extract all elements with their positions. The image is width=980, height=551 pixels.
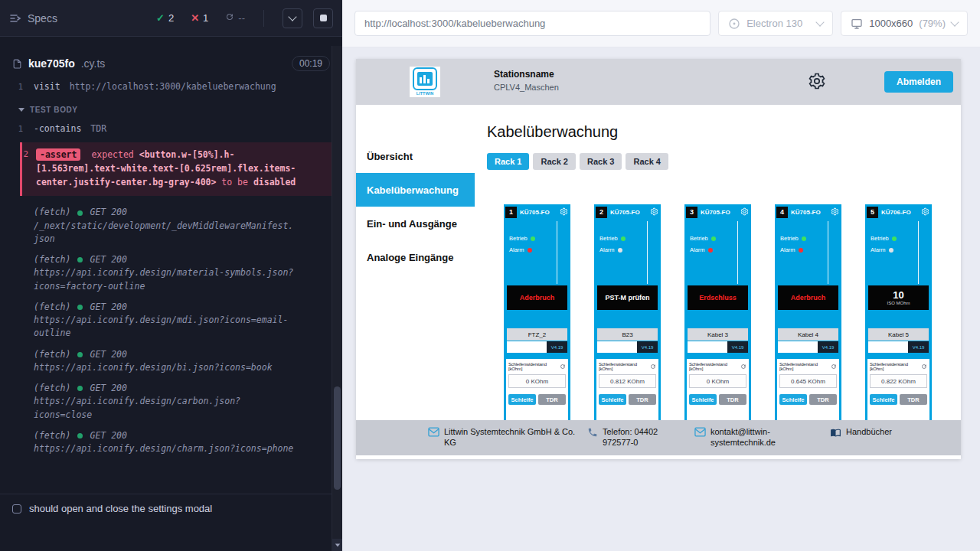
betrieb-status-dot	[711, 236, 716, 241]
command-arg: http://localhost:3000/kabelueberwachung	[70, 80, 276, 94]
device-card: 1KÜ705-FO Betrieb Alarm Aderbruch FTZ_2 …	[504, 204, 570, 442]
device-number: 1	[505, 207, 517, 218]
fetch-log-row[interactable]: (fetch)GET 200 /_next/static/development…	[0, 202, 342, 249]
tab-rack-3[interactable]: Rack 3	[580, 153, 622, 170]
request-ok-dot	[77, 257, 83, 262]
fetch-log-row[interactable]: (fetch)GET 200 https://api.iconify.desig…	[0, 425, 342, 460]
chevron-down-icon	[335, 543, 339, 546]
settings-gear-icon[interactable]	[808, 72, 826, 93]
phone-icon	[587, 427, 598, 438]
firmware-version: V4.19	[547, 341, 567, 353]
device-model: KÜ705-FO	[610, 209, 640, 216]
fetch-log-row[interactable]: (fetch)GET 200 https://api.iconify.desig…	[0, 249, 342, 297]
resistance-value: 0 KOhm	[689, 374, 746, 388]
tdr-button[interactable]: TDR	[900, 394, 927, 405]
command-name: -contains	[34, 122, 81, 136]
spec-title-row[interactable]: kue705fo .cy.ts 00:19	[0, 52, 342, 75]
gear-icon[interactable]	[560, 207, 568, 216]
assert-badge: -assert	[36, 148, 80, 161]
tab-rack-2[interactable]: Rack 2	[533, 153, 575, 170]
divider	[647, 221, 648, 284]
status-display: Aderbruch	[507, 285, 567, 310]
request-ok-dot	[77, 305, 83, 310]
schleife-button[interactable]: Schleife	[779, 394, 807, 405]
resistance-value: 0 KOhm	[508, 374, 566, 388]
cable-name: Kabel 5	[868, 328, 929, 341]
footer-company[interactable]: Littwin Systemtechnik GmbH & Co. KG	[428, 426, 578, 448]
chevron-down-icon	[816, 18, 825, 26]
email-icon	[428, 427, 439, 437]
tdr-button[interactable]: TDR	[809, 394, 837, 405]
app-body: Übersicht Kabelüberwachung Ein- und Ausg…	[356, 105, 961, 459]
electron-icon	[728, 18, 740, 30]
request-ok-dot	[77, 386, 83, 391]
tdr-button[interactable]: TDR	[719, 394, 746, 405]
fetch-log-row[interactable]: (fetch)GET 200 https://api.iconify.desig…	[0, 344, 342, 379]
command-log: 1 visit http://localhost:3000/kabelueber…	[0, 78, 342, 459]
next-test-row[interactable]: should open and close the settings modal	[0, 494, 332, 523]
footer-phone[interactable]: Telefon: 04402 972577-0	[587, 426, 681, 448]
fetch-url: https://api.iconify.design/mdi.json?icon…	[34, 315, 288, 338]
test-body-section[interactable]: TEST BODY	[0, 96, 342, 120]
viewport-select[interactable]: 1000x660 (79%)	[841, 11, 968, 36]
alarm-status-dot	[889, 248, 893, 253]
tdr-button[interactable]: TDR	[629, 394, 656, 405]
browser-select[interactable]: Electron 130	[718, 11, 833, 36]
app-header: LITTWIN Stationsname CPLV4_Maschen Abmel…	[356, 59, 961, 105]
tab-rack-4[interactable]: Rack 4	[626, 153, 668, 170]
scrollbar-down-arrow[interactable]	[332, 539, 342, 551]
gear-icon[interactable]	[650, 207, 658, 216]
sidebar-item-uebersicht[interactable]: Übersicht	[356, 139, 475, 173]
stop-tests-button[interactable]	[313, 8, 333, 28]
assert-message: -assert expected <button.w-[50%].h-[1.56…	[36, 148, 302, 189]
visit-command-row[interactable]: 1 visit http://localhost:3000/kabelueber…	[0, 78, 342, 96]
betrieb-status-dot	[531, 236, 535, 241]
device-model: KÜ706-FO	[881, 209, 911, 216]
iso-value: 10	[893, 290, 903, 301]
url-input[interactable]	[354, 11, 710, 36]
contains-command-row[interactable]: 1 -contains TDR	[0, 120, 342, 139]
gear-icon[interactable]	[921, 207, 929, 216]
schleife-button[interactable]: Schleife	[689, 394, 717, 405]
specs-label[interactable]: Specs	[28, 12, 57, 24]
schleife-button[interactable]: Schleife	[599, 394, 626, 405]
footer-manuals[interactable]: Handbücher	[830, 426, 892, 438]
tab-rack-1[interactable]: Rack 1	[487, 153, 529, 170]
refresh-icon[interactable]	[921, 364, 927, 370]
spec-extension: .cy.ts	[81, 57, 106, 70]
status-display: Aderbruch	[778, 285, 838, 310]
firmware-version: V4.19	[637, 341, 658, 353]
sidebar-item-kabelueberwachung[interactable]: Kabelüberwachung	[356, 173, 475, 207]
refresh-icon[interactable]	[831, 364, 837, 370]
schleife-button[interactable]: Schleife	[870, 394, 897, 405]
cable-name: B23	[597, 328, 658, 341]
fetch-url: https://api.iconify.design/bi.json?icons…	[34, 362, 273, 373]
cable-name: Kabel 4	[778, 328, 838, 341]
sidebar-item-analoge-eingaenge[interactable]: Analoge Eingänge	[356, 240, 475, 274]
logout-button[interactable]: Abmelden	[884, 71, 953, 93]
refresh-icon[interactable]	[740, 364, 746, 370]
reporter-scrollbar[interactable]	[332, 46, 342, 551]
divider	[828, 221, 828, 284]
fetch-log-row[interactable]: (fetch)GET 200 https://api.iconify.desig…	[0, 378, 342, 425]
refresh-icon[interactable]	[650, 364, 656, 370]
gear-icon[interactable]	[831, 207, 839, 216]
fetch-log-row[interactable]: (fetch)GET 200 https://api.iconify.desig…	[0, 297, 342, 344]
request-ok-dot	[77, 352, 83, 357]
footer-email[interactable]: kontakt@littwin-systemtechnik.de	[694, 426, 806, 448]
gear-icon[interactable]	[740, 207, 749, 216]
alarm-status-dot	[528, 248, 532, 253]
scrollbar-thumb[interactable]	[334, 386, 341, 490]
specs-menu-icon[interactable]	[9, 12, 21, 24]
refresh-icon[interactable]	[560, 364, 566, 370]
pending-count: --	[225, 12, 245, 24]
iso-unit: ISO MOhm	[887, 301, 910, 305]
alarm-status-dot	[799, 248, 803, 253]
sidebar-item-ein-und-ausgaenge[interactable]: Ein- und Ausgänge	[356, 207, 475, 240]
app-content: Kabelüberwachung Rack 1 Rack 2 Rack 3 Ra…	[475, 105, 961, 459]
schleife-button[interactable]: Schleife	[508, 394, 536, 405]
app-footer: Littwin Systemtechnik GmbH & Co. KG Tele…	[356, 420, 961, 455]
collapse-reporter-button[interactable]	[283, 8, 302, 28]
failed-assert-row[interactable]: 2 -assert expected <button.w-[50%].h-[1.…	[20, 142, 342, 196]
tdr-button[interactable]: TDR	[538, 394, 566, 405]
